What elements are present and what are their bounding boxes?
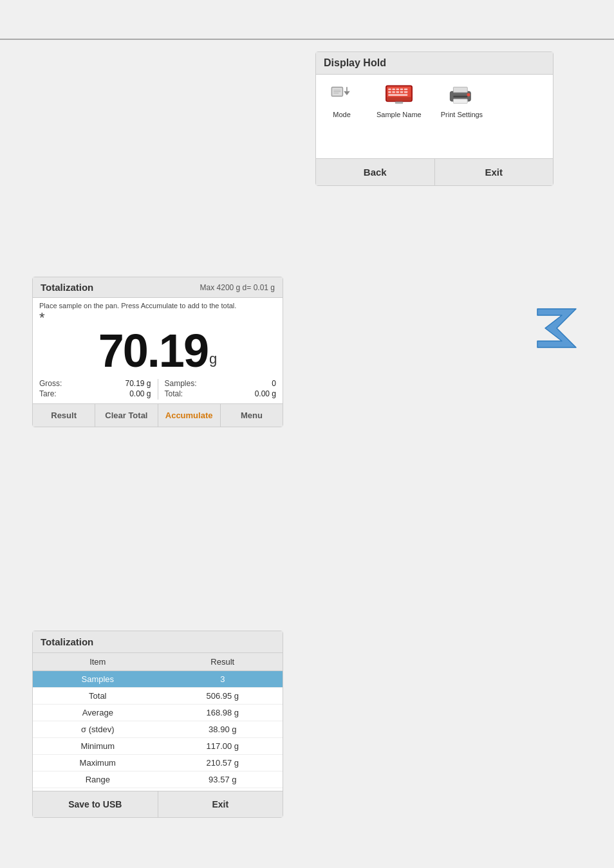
display-hold-spacer xyxy=(316,126,553,158)
tare-row: Tare: 0.00 g xyxy=(39,389,151,398)
result-table-header-row: Item Result xyxy=(33,653,283,671)
result-exit-button[interactable]: Exit xyxy=(158,791,283,817)
result-table: Item Result Samples3Total506.95 gAverage… xyxy=(33,653,283,788)
total-row: Total: 0.00 g xyxy=(165,389,277,398)
totalization-result-card: Totalization Item Result Samples3Total50… xyxy=(32,631,283,818)
totalization-stats-left: Gross: 70.19 g Tare: 0.00 g xyxy=(39,379,151,400)
mode-icon-item[interactable]: Mode xyxy=(326,82,357,118)
totalization-main-value: 70.19 xyxy=(98,328,208,374)
svg-marker-2 xyxy=(344,91,350,95)
svg-rect-20 xyxy=(395,102,403,104)
result-value-cell: 93.57 g xyxy=(163,771,283,788)
totalization-header: Totalization Max 4200 g d= 0.01 g xyxy=(33,277,283,298)
result-footer: Save to USB Exit xyxy=(33,791,283,817)
back-button[interactable]: Back xyxy=(316,159,435,185)
svg-rect-19 xyxy=(388,94,407,96)
svg-rect-10 xyxy=(392,88,395,90)
clear-total-button[interactable]: Clear Total xyxy=(95,404,158,427)
mode-label: Mode xyxy=(333,111,351,118)
samples-row: Samples: 0 xyxy=(165,379,277,388)
top-divider xyxy=(0,39,614,40)
totalization-asterisk: * xyxy=(33,311,283,325)
svg-rect-15 xyxy=(392,91,395,93)
svg-rect-18 xyxy=(404,91,407,93)
result-item-cell: σ (stdev) xyxy=(33,721,163,738)
svg-rect-23 xyxy=(454,99,468,104)
display-hold-footer: Back Exit xyxy=(316,158,553,185)
result-item-cell: Samples xyxy=(33,671,163,688)
svg-rect-11 xyxy=(396,88,398,90)
totalization-result-title: Totalization xyxy=(33,631,283,653)
result-value-cell: 506.95 g xyxy=(163,688,283,705)
result-table-row: Maximum210.57 g xyxy=(33,755,283,771)
result-item-cell: Range xyxy=(33,771,163,788)
totalization-stats: Gross: 70.19 g Tare: 0.00 g Samples: 0 T… xyxy=(33,376,283,403)
item-column-header: Item xyxy=(33,653,163,671)
svg-rect-12 xyxy=(400,88,403,90)
result-table-row: σ (stdev)38.90 g xyxy=(33,721,283,738)
result-item-cell: Minimum xyxy=(33,738,163,755)
result-table-row: Average168.98 g xyxy=(33,705,283,721)
sigma-icon-container xyxy=(528,302,586,354)
svg-rect-25 xyxy=(454,96,468,98)
svg-rect-22 xyxy=(454,87,468,92)
samples-label: Samples: xyxy=(165,379,197,388)
accumulate-button[interactable]: Accumulate xyxy=(158,404,221,427)
print-settings-icon xyxy=(446,82,477,108)
svg-rect-17 xyxy=(400,91,403,93)
total-value: 0.00 g xyxy=(255,389,276,398)
svg-rect-9 xyxy=(388,88,391,90)
totalization-value-row: 70.19 g xyxy=(33,325,283,376)
svg-rect-13 xyxy=(404,88,407,90)
result-table-row: Range93.57 g xyxy=(33,771,283,788)
gross-row: Gross: 70.19 g xyxy=(39,379,151,388)
exit-button[interactable]: Exit xyxy=(435,159,554,185)
result-value-cell: 210.57 g xyxy=(163,755,283,771)
tare-label: Tare: xyxy=(39,389,57,398)
sample-name-icon-item[interactable]: Sample Name xyxy=(377,82,422,118)
display-hold-title: Display Hold xyxy=(316,52,553,75)
result-table-row: Minimum117.00 g xyxy=(33,738,283,755)
result-button[interactable]: Result xyxy=(33,404,95,427)
sample-name-icon xyxy=(384,82,414,108)
totalization-title: Totalization xyxy=(41,282,200,293)
save-to-usb-button[interactable]: Save to USB xyxy=(33,791,158,817)
totalization-card: Totalization Max 4200 g d= 0.01 g Place … xyxy=(32,277,283,427)
totalization-stats-right: Samples: 0 Total: 0.00 g xyxy=(165,379,277,400)
mode-icon xyxy=(326,82,357,108)
result-item-cell: Maximum xyxy=(33,755,163,771)
tare-value: 0.00 g xyxy=(129,389,151,398)
totalization-max-info: Max 4200 g d= 0.01 g xyxy=(200,283,275,292)
result-item-cell: Total xyxy=(33,688,163,705)
gross-label: Gross: xyxy=(39,379,62,388)
sample-name-label: Sample Name xyxy=(377,111,422,118)
result-table-row: Samples3 xyxy=(33,671,283,688)
totalization-unit: g xyxy=(209,351,217,367)
samples-value: 0 xyxy=(272,379,276,388)
svg-rect-14 xyxy=(388,91,391,93)
totalization-subtitle: Place sample on the pan. Press Accumulat… xyxy=(33,298,283,311)
result-value-cell: 3 xyxy=(163,671,283,688)
totalization-footer: Result Clear Total Accumulate Menu xyxy=(33,403,283,427)
total-label: Total: xyxy=(165,389,183,398)
print-settings-label: Print Settings xyxy=(441,111,483,118)
stats-divider xyxy=(158,379,158,400)
svg-marker-26 xyxy=(537,309,576,347)
svg-rect-16 xyxy=(396,91,398,93)
print-settings-icon-item[interactable]: Print Settings xyxy=(441,82,483,118)
result-value-cell: 168.98 g xyxy=(163,705,283,721)
result-value-cell: 117.00 g xyxy=(163,738,283,755)
display-hold-card: Display Hold Mode xyxy=(315,51,554,186)
svg-point-24 xyxy=(467,93,470,97)
result-column-header: Result xyxy=(163,653,283,671)
display-hold-icons: Mode xyxy=(316,75,553,126)
result-table-row: Total506.95 g xyxy=(33,688,283,705)
result-item-cell: Average xyxy=(33,705,163,721)
sigma-icon xyxy=(531,306,582,351)
result-value-cell: 38.90 g xyxy=(163,721,283,738)
gross-value: 70.19 g xyxy=(125,379,151,388)
menu-button[interactable]: Menu xyxy=(221,404,283,427)
